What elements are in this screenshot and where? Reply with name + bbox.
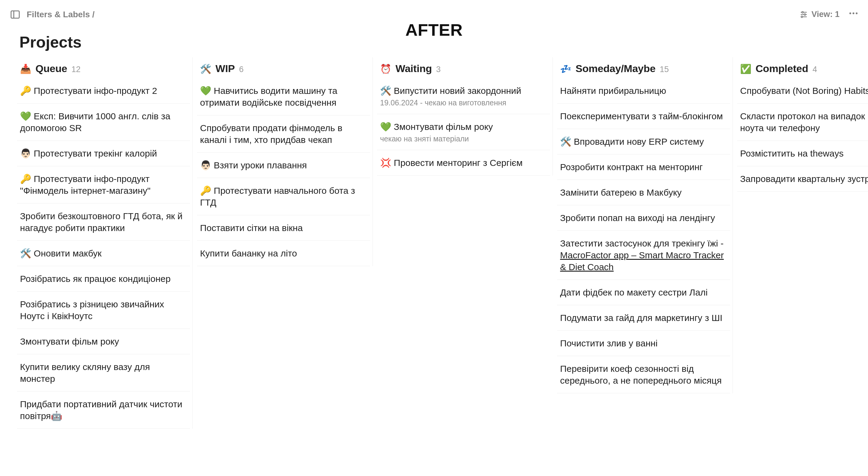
column-count: 4: [812, 65, 817, 74]
sliders-icon: [799, 10, 808, 19]
task-card[interactable]: 💢 Провести менторинг з Сергієм: [377, 150, 550, 176]
task-title: Скласти протокол на випадок втрати ноута…: [740, 110, 868, 134]
column-icon: ✅: [740, 64, 751, 74]
column-header[interactable]: ⏰Waiting3: [377, 57, 550, 78]
task-title: 💚 Навчитись водити машину та отримати во…: [200, 85, 367, 108]
task-card[interactable]: Купити велику скляну вазу для монстер: [17, 354, 190, 392]
board-column: ✅Completed4Спробувати (Not Boring) Habit…: [737, 57, 868, 192]
task-card[interactable]: Розробити контракт на менторинг: [557, 155, 730, 180]
board-column: 📥Queue12🔑 Протестувати інфо-продукт 2💚 Е…: [17, 57, 193, 429]
task-title: 💚 Змонтувати фільм року: [380, 121, 547, 133]
board: 📥Queue12🔑 Протестувати інфо-продукт 2💚 Е…: [0, 57, 868, 429]
task-card[interactable]: Розібратись з різницею звичайних Ноутс і…: [17, 292, 190, 329]
task-title: Дати фідбек по макету сестри Лалі: [560, 286, 727, 298]
task-card[interactable]: Розміститить на theways: [737, 141, 868, 166]
topbar-left: Filters & Labels /: [9, 8, 95, 21]
view-label: View: 1: [811, 10, 839, 19]
task-subtitle: 19.06.2024 - чекаю на виготовлення: [380, 98, 547, 107]
view-switcher[interactable]: View: 1: [799, 10, 839, 19]
column-title: Queue: [35, 63, 67, 74]
column-count: 6: [239, 65, 244, 74]
more-menu-icon[interactable]: [848, 8, 859, 21]
task-card[interactable]: Запровадити квартальну зустріч з CEO: [737, 166, 868, 192]
task-title: 👨🏻 Взяти уроки плавання: [200, 159, 367, 171]
task-title: Подумати за гайд для маркетингу з ШІ: [560, 312, 727, 324]
task-title: Придбати портативний датчик чистоти пові…: [20, 398, 187, 422]
svg-rect-0: [11, 11, 20, 18]
task-title: 💢 Провести менторинг з Сергієм: [380, 157, 547, 169]
column-count: 12: [71, 65, 81, 74]
board-column: ⏰Waiting3🛠️ Випустити новий закордонний1…: [377, 57, 553, 176]
column-header[interactable]: 📥Queue12: [17, 57, 190, 78]
sidebar-toggle-icon[interactable]: [9, 8, 21, 21]
svg-point-8: [849, 12, 851, 14]
task-card[interactable]: Розібратись як працює кондиціонер: [17, 266, 190, 292]
task-title: Змонтувати фільм року: [20, 336, 187, 347]
task-card[interactable]: 🔑 Протестувати навчального бота з ГТД: [197, 178, 370, 215]
task-card[interactable]: Подумати за гайд для маркетингу з ШІ: [557, 305, 730, 331]
task-title: Затестити застосунок для трекінгу їжі - …: [560, 237, 727, 273]
task-card[interactable]: Змонтувати фільм року: [17, 329, 190, 354]
column-icon: 🛠️: [200, 64, 211, 74]
task-title: Найняти прибиральницю: [560, 85, 727, 97]
task-card[interactable]: Замінити батерею в Макбуку: [557, 180, 730, 205]
task-card[interactable]: Дати фідбек по макету сестри Лалі: [557, 280, 730, 305]
task-title: 💚 Експ: Вивчити 1000 англ. слів за допом…: [20, 110, 187, 134]
task-card[interactable]: 👨🏻 Взяти уроки плавання: [197, 152, 370, 178]
column-header[interactable]: ✅Completed4: [737, 57, 868, 78]
task-title: Зробити попап на виході на лендінгу: [560, 212, 727, 224]
task-card[interactable]: 💚 Змонтувати фільм рокучекаю на зняті ма…: [377, 114, 550, 150]
task-card[interactable]: 👨🏻 Протестувати трекінг калорій: [17, 141, 190, 166]
task-card[interactable]: 🔑 Протестувати інфо-продукт 2: [17, 78, 190, 104]
task-title: 👨🏻 Протестувати трекінг калорій: [20, 147, 187, 159]
task-title: Розробити контракт на менторинг: [560, 161, 727, 173]
task-title: Перевірити коеф сезонності від середньог…: [560, 363, 727, 386]
task-card[interactable]: 🛠️ Випустити новий закордонний19.06.2024…: [377, 78, 550, 114]
column-count: 15: [660, 65, 669, 74]
after-title-overlay: AFTER: [405, 20, 463, 40]
svg-point-5: [804, 13, 806, 15]
column-icon: 💤: [560, 64, 571, 74]
task-card[interactable]: Спробувати продати фінмодель в каналі і …: [197, 115, 370, 152]
board-column: 💤Someday/Maybe15Найняти прибиральницюПое…: [557, 57, 733, 393]
svg-point-7: [801, 16, 803, 18]
task-title: Поекспериментувати з тайм-блокінгом: [560, 110, 727, 122]
task-title: Почистити злив у ванні: [560, 337, 727, 349]
column-icon: ⏰: [380, 64, 391, 74]
topbar-right: View: 1: [799, 8, 859, 21]
task-title: Замінити батерею в Макбуку: [560, 186, 727, 198]
task-card[interactable]: 🔑 Протестувати інфо-продукт "Фінмодель і…: [17, 166, 190, 203]
task-title: Спробувати продати фінмодель в каналі і …: [200, 122, 367, 146]
task-title: 🔑 Протестувати навчального бота з ГТД: [200, 185, 367, 208]
task-title: 🔑 Протестувати інфо-продукт "Фінмодель і…: [20, 173, 187, 197]
task-card[interactable]: Почистити злив у ванні: [557, 331, 730, 356]
task-title-link[interactable]: MacroFactor app – Smart Macro Tracker & …: [560, 250, 724, 272]
task-card[interactable]: Поставити сітки на вікна: [197, 215, 370, 241]
task-card[interactable]: 🛠️ Впровадити нову ERP систему: [557, 129, 730, 155]
breadcrumb[interactable]: Filters & Labels /: [27, 10, 95, 20]
task-card[interactable]: 🛠️ Оновити макбук: [17, 241, 190, 266]
task-card[interactable]: Спробувати (Not Boring) Habits app: [737, 78, 868, 104]
task-card[interactable]: Поекспериментувати з тайм-блокінгом: [557, 104, 730, 129]
column-header[interactable]: 🛠️WIP6: [197, 57, 370, 78]
task-card[interactable]: 💚 Навчитись водити машину та отримати во…: [197, 78, 370, 115]
task-title: 🛠️ Оновити макбук: [20, 247, 187, 259]
task-title: Запровадити квартальну зустріч з CEO: [740, 173, 868, 185]
task-card[interactable]: Зробити попап на виході на лендінгу: [557, 205, 730, 231]
task-card[interactable]: Перевірити коеф сезонності від середньог…: [557, 356, 730, 393]
board-column: 🛠️WIP6💚 Навчитись водити машину та отрим…: [197, 57, 373, 266]
column-header[interactable]: 💤Someday/Maybe15: [557, 57, 730, 78]
task-title-prefix: Затестити застосунок для трекінгу їжі -: [560, 238, 724, 248]
task-card[interactable]: Купити бананку на літо: [197, 241, 370, 266]
task-title: Розібратись як працює кондиціонер: [20, 273, 187, 285]
task-card[interactable]: Зробити безкоштовного ГТД бота, як й наг…: [17, 203, 190, 241]
task-card[interactable]: Придбати портативний датчик чистоти пові…: [17, 392, 190, 429]
task-card[interactable]: Скласти протокол на випадок втрати ноута…: [737, 104, 868, 141]
column-count: 3: [436, 65, 441, 74]
column-title: Waiting: [396, 63, 432, 74]
task-card[interactable]: 💚 Експ: Вивчити 1000 англ. слів за допом…: [17, 104, 190, 141]
task-title: Спробувати (Not Boring) Habits app: [740, 85, 868, 97]
task-title: Купити велику скляну вазу для монстер: [20, 361, 187, 384]
task-card[interactable]: Затестити застосунок для трекінгу їжі - …: [557, 231, 730, 280]
task-card[interactable]: Найняти прибиральницю: [557, 78, 730, 104]
